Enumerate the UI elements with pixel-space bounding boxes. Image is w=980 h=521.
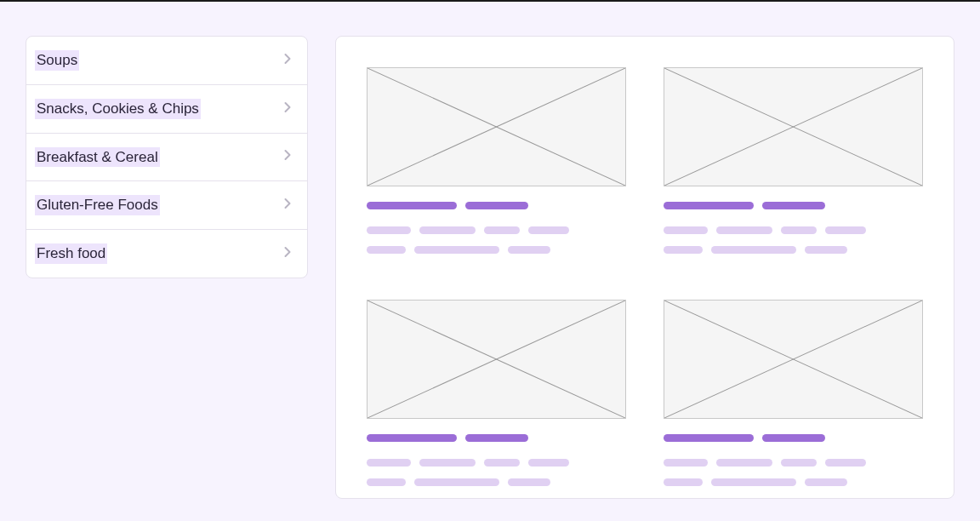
chevron-right-icon	[280, 244, 295, 263]
chevron-right-icon	[280, 196, 295, 215]
sidebar-item-label: Gluten-Free Foods	[35, 195, 160, 215]
text-placeholder	[367, 246, 626, 254]
sidebar-item-label: Fresh food	[35, 243, 107, 264]
image-placeholder	[367, 300, 626, 419]
text-placeholder	[664, 459, 923, 467]
title-placeholder	[664, 202, 923, 209]
chevron-right-icon	[280, 147, 295, 166]
title-placeholder	[664, 434, 923, 442]
sidebar-item-breakfast[interactable]: Breakfast & Cereal	[26, 134, 307, 182]
sidebar-item-soups[interactable]: Soups	[26, 37, 307, 85]
sidebar-item-snacks[interactable]: Snacks, Cookies & Chips	[26, 85, 307, 134]
chevron-right-icon	[280, 51, 295, 70]
product-card[interactable]	[664, 67, 923, 266]
chevron-right-icon	[280, 100, 295, 118]
category-sidebar: Soups Snacks, Cookies & Chips Breakfast …	[26, 36, 308, 278]
layout-container: Soups Snacks, Cookies & Chips Breakfast …	[0, 2, 980, 499]
text-placeholder	[664, 226, 923, 234]
text-placeholder	[664, 478, 923, 486]
text-placeholder	[367, 478, 626, 486]
sidebar-item-gluten-free[interactable]: Gluten-Free Foods	[26, 181, 307, 230]
content-area	[335, 36, 954, 499]
product-card[interactable]	[367, 67, 626, 266]
product-grid	[367, 67, 923, 498]
text-placeholder	[367, 459, 626, 467]
product-card[interactable]	[367, 300, 626, 498]
image-placeholder	[367, 67, 626, 186]
image-placeholder	[664, 300, 923, 419]
product-card[interactable]	[664, 300, 923, 498]
title-placeholder	[367, 434, 626, 442]
sidebar-item-label: Soups	[35, 50, 79, 71]
sidebar-item-label: Snacks, Cookies & Chips	[35, 99, 201, 119]
title-placeholder	[367, 202, 626, 209]
text-placeholder	[367, 226, 626, 234]
text-placeholder	[664, 246, 923, 254]
sidebar-item-fresh-food[interactable]: Fresh food	[26, 230, 307, 278]
sidebar-item-label: Breakfast & Cereal	[35, 147, 160, 168]
image-placeholder	[664, 67, 923, 186]
